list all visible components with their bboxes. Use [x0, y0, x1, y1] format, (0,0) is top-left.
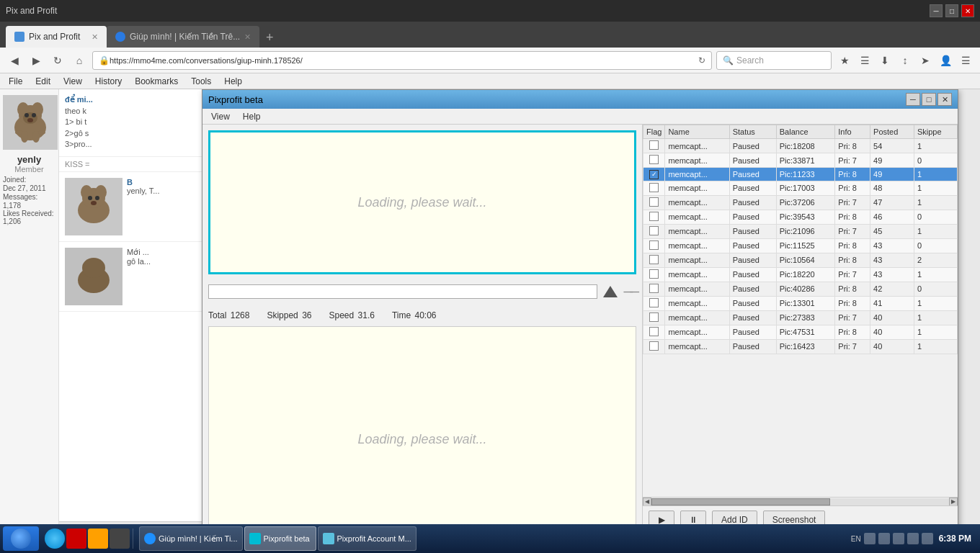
table-row[interactable]: memcapt...PausedPic:33871Pri: 7490 [643, 153, 958, 168]
reload-icon[interactable]: ↻ [698, 55, 705, 66]
pix-menu-help[interactable]: Help [237, 110, 267, 123]
profile-button[interactable]: 👤 [937, 52, 954, 69]
flag-checkbox-unchecked-14[interactable] [649, 341, 659, 351]
flag-checkbox-unchecked-11[interactable] [649, 298, 659, 307]
flag-checkbox-unchecked-8[interactable] [649, 255, 659, 264]
hscroll-track[interactable] [651, 498, 949, 505]
folder-quick-launch[interactable] [88, 529, 108, 549]
tab-giup-minh[interactable]: Giúp mình! | Kiếm Tiền Trê... ✕ [107, 26, 259, 48]
table-row[interactable]: memcapt...PausedPic:40286Pri: 8420 [643, 282, 958, 296]
table-row[interactable]: memcapt...PausedPic:39543Pri: 8460 [643, 210, 958, 224]
pix-maximize-button[interactable]: □ [922, 93, 936, 106]
refresh-button[interactable]: ↻ [49, 52, 66, 69]
flag-checkbox-unchecked-12[interactable] [649, 313, 659, 322]
ie-quick-launch[interactable] [45, 529, 65, 549]
flag-cell-14[interactable] [643, 339, 665, 354]
taskbar-item-pixprofit[interactable]: Pixprofit beta [244, 526, 316, 551]
total-value: 1268 [231, 310, 250, 320]
taskbar-icon-pixprofit [249, 533, 261, 544]
flag-checkbox-unchecked-10[interactable] [649, 284, 659, 293]
flag-cell-6[interactable] [643, 224, 665, 238]
table-row[interactable]: memcapt...PausedPic:18208Pri: 8541 [643, 139, 958, 153]
menu-tools[interactable]: Tools [185, 75, 217, 88]
tab-close-pix[interactable]: ✕ [92, 32, 98, 42]
svg-point-8 [27, 118, 33, 122]
flag-cell-2[interactable]: ✓ [643, 168, 665, 181]
taskbar-item-pixprofit-account[interactable]: Pixprofit Account M... [318, 526, 416, 551]
tab-close-giup[interactable]: ✕ [244, 32, 251, 42]
send-button[interactable]: ➤ [917, 52, 934, 69]
forward-button[interactable]: ▶ [27, 52, 45, 69]
flag-checkbox-unchecked-3[interactable] [649, 183, 659, 192]
pix-close-button[interactable]: ✕ [937, 93, 952, 106]
hscroll-right-arrow[interactable]: ▶ [949, 498, 958, 506]
table-row[interactable]: memcapt...PausedPic:10564Pri: 8432 [643, 253, 958, 267]
url-bar[interactable]: 🔒 https://mmo4me.com/conversations/giup-… [92, 51, 712, 70]
pix-dash-button[interactable]: ── [623, 284, 636, 300]
flag-cell-12[interactable] [643, 310, 665, 325]
flag-cell-13[interactable] [643, 325, 665, 339]
menu-view[interactable]: View [58, 75, 88, 88]
minimize-button[interactable]: ─ [930, 4, 943, 17]
start-button[interactable] [3, 526, 39, 551]
search-bar[interactable]: 🔍 Search [716, 51, 832, 70]
flag-checkbox-unchecked-5[interactable] [649, 212, 659, 221]
flag-cell-9[interactable] [643, 267, 665, 282]
flag-checkbox-unchecked-4[interactable] [649, 197, 659, 207]
table-row[interactable]: ✓memcapt...PausedPic:11233Pri: 8491 [643, 168, 958, 181]
home-button[interactable]: ⌂ [71, 52, 88, 69]
bookmark-list-button[interactable]: ☰ [856, 52, 873, 69]
menu-file[interactable]: File [3, 75, 28, 88]
table-row[interactable]: memcapt...PausedPic:18220Pri: 7431 [643, 267, 958, 282]
pix-menu-view[interactable]: View [205, 110, 236, 123]
tab-pix-and-profit[interactable]: Pix and Profit ✕ [6, 26, 107, 48]
flag-cell-5[interactable] [643, 210, 665, 224]
hscroll-left-arrow[interactable]: ◀ [643, 498, 651, 506]
table-row[interactable]: memcapt...PausedPic:13301Pri: 8411 [643, 296, 958, 310]
bookmark-star-button[interactable]: ★ [836, 52, 853, 69]
flag-checkbox-unchecked-13[interactable] [649, 327, 659, 336]
menu-help[interactable]: Help [218, 75, 248, 88]
menu-button[interactable]: ☰ [957, 52, 974, 69]
table-row[interactable]: memcapt...PausedPic:37206Pri: 7471 [643, 195, 958, 210]
flag-cell-8[interactable] [643, 253, 665, 267]
table-row[interactable]: memcapt...PausedPic:21096Pri: 7451 [643, 224, 958, 238]
back-button[interactable]: ◀ [6, 52, 23, 69]
hscroll-thumb[interactable] [651, 498, 830, 505]
flag-checkbox-checked-2[interactable]: ✓ [649, 170, 659, 179]
flag-cell-4[interactable] [643, 195, 665, 210]
pix-minimize-button[interactable]: ─ [906, 93, 920, 106]
media-quick-launch[interactable] [66, 529, 86, 549]
download-button[interactable]: ⬇ [876, 52, 894, 69]
pix-table-wrapper[interactable]: Flag Name Status Balance Info Posted Ski… [643, 125, 958, 497]
flag-cell-3[interactable] [643, 181, 665, 195]
menu-edit[interactable]: Edit [30, 75, 56, 88]
flag-checkbox-unchecked-7[interactable] [649, 240, 659, 250]
menu-history[interactable]: History [89, 75, 128, 88]
table-row[interactable]: memcapt...PausedPic:16423Pri: 7401 [643, 339, 958, 354]
table-horizontal-scrollbar[interactable]: ◀ ▶ [643, 497, 958, 505]
flag-cell-0[interactable] [643, 139, 665, 153]
flag-checkbox-unchecked-9[interactable] [649, 269, 659, 279]
sync-button[interactable]: ↕ [896, 52, 914, 69]
close-button[interactable]: ✕ [961, 4, 974, 17]
balance-cell-8: Pic:10564 [776, 253, 835, 267]
flag-checkbox-unchecked-0[interactable] [649, 140, 659, 150]
maximize-button[interactable]: □ [945, 4, 958, 17]
flag-checkbox-unchecked-6[interactable] [649, 226, 659, 235]
pix-triangle-button[interactable] [603, 286, 618, 297]
taskbar-icon-giup [144, 533, 156, 544]
show-desktop-quick-launch[interactable] [110, 529, 130, 549]
table-row[interactable]: memcapt...PausedPic:11525Pri: 8430 [643, 238, 958, 253]
table-row[interactable]: memcapt...PausedPic:47531Pri: 8401 [643, 325, 958, 339]
table-row[interactable]: memcapt...PausedPic:27383Pri: 7401 [643, 310, 958, 325]
flag-cell-1[interactable] [643, 153, 665, 168]
flag-checkbox-unchecked-1[interactable] [649, 155, 659, 164]
flag-cell-11[interactable] [643, 296, 665, 310]
flag-cell-7[interactable] [643, 238, 665, 253]
flag-cell-10[interactable] [643, 282, 665, 296]
new-tab-button[interactable]: + [259, 27, 280, 48]
menu-bookmarks[interactable]: Bookmarks [129, 75, 184, 88]
table-row[interactable]: memcapt...PausedPic:17003Pri: 8481 [643, 181, 958, 195]
taskbar-item-giup[interactable]: Giúp mình! | Kiếm Ti... [139, 526, 243, 551]
